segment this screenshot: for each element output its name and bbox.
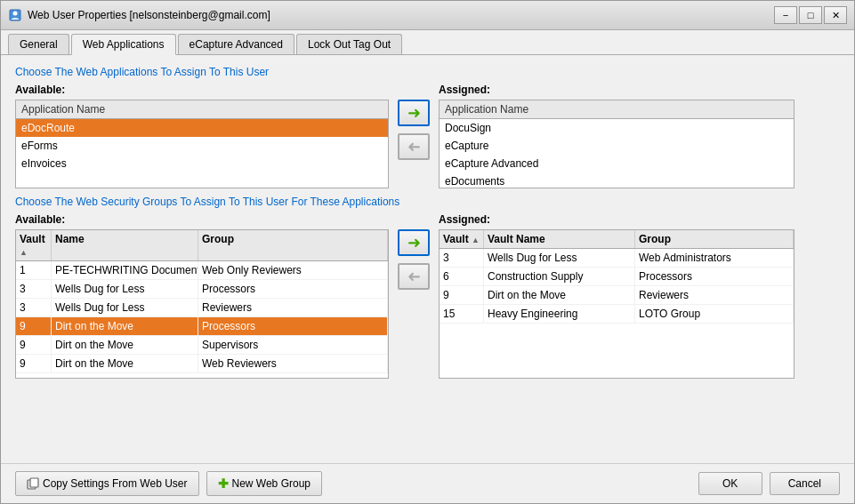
close-button[interactable]: ✕ (824, 6, 847, 24)
top-available-section: Available: Application Name eDocRoute eF… (15, 84, 389, 188)
minimize-button[interactable]: − (774, 6, 797, 24)
bottom-available-table-header: Vault ▲ Name Group (16, 230, 388, 261)
list-item[interactable]: eDocRoute (16, 119, 388, 137)
bottom-available-listbox[interactable]: Vault ▲ Name Group 1 PE-TECHWRITING Docu… (15, 229, 389, 379)
bottom-assign-right-button[interactable]: ➜ (398, 229, 430, 256)
bottom-arrow-buttons: ➜ ➜ (389, 229, 439, 290)
top-section-title: Choose The Web Applications To Assign To… (15, 66, 840, 78)
copy-settings-button[interactable]: Copy Settings From Web User (15, 471, 199, 496)
bottom-assign-area: Available: Vault ▲ Name Group 1 PE-TECHW… (15, 213, 840, 379)
unassign-left-button[interactable]: ➜ (398, 133, 430, 160)
arrow-left-icon: ➜ (407, 137, 421, 156)
bottom-available-section: Available: Vault ▲ Name Group 1 PE-TECHW… (15, 213, 389, 379)
footer: Copy Settings From Web User ✚ New Web Gr… (1, 463, 854, 503)
top-available-label: Available: (15, 84, 389, 96)
col-header-name: Name (52, 230, 198, 260)
top-available-listbox[interactable]: Application Name eDocRoute eForms eInvoi… (15, 100, 389, 188)
col-header-vault-a: Vault ▲ (440, 230, 484, 248)
top-assign-area: Available: Application Name eDocRoute eF… (15, 84, 840, 188)
main-window: Web User Properties [nelsonsteinberg@gma… (0, 0, 855, 504)
sort-icon: ▲ (20, 248, 28, 257)
table-row[interactable]: 6 Construction Supply Processors (440, 268, 794, 286)
bottom-section: Choose The Web Security Groups To Assign… (15, 196, 840, 379)
table-row[interactable]: 15 Heavy Engineering LOTO Group (440, 305, 794, 324)
table-row[interactable]: 3 Wells Dug for Less Reviewers (16, 299, 388, 317)
bottom-assigned-section: Assigned: Vault ▲ Vault Name Group 3 Wel… (439, 213, 795, 379)
ok-cancel-buttons: OK Cancel (698, 472, 840, 495)
plus-icon: ✚ (218, 476, 229, 491)
window-title: Web User Properties [nelsonsteinberg@gma… (28, 9, 270, 21)
title-bar: Web User Properties [nelsonsteinberg@gma… (1, 1, 854, 30)
col-header-vaultname: Vault Name (484, 230, 635, 248)
top-assigned-label: Assigned: (439, 84, 795, 96)
bottom-assigned-table-header: Vault ▲ Vault Name Group (440, 230, 794, 249)
table-row[interactable]: 9 Dirt on the Move Reviewers (440, 286, 794, 305)
copy-icon (27, 477, 39, 491)
tab-bar: General Web Applications eCapture Advanc… (1, 30, 854, 55)
main-content: Choose The Web Applications To Assign To… (1, 55, 854, 463)
list-item[interactable]: DocuSign (440, 119, 794, 137)
list-item[interactable]: eCapture Advanced (440, 155, 794, 172)
arrow-left-icon: ➜ (407, 267, 421, 286)
cancel-button[interactable]: Cancel (770, 472, 840, 495)
copy-settings-label: Copy Settings From Web User (43, 477, 188, 490)
footer-left-buttons: Copy Settings From Web User ✚ New Web Gr… (15, 471, 322, 496)
assign-right-button[interactable]: ➜ (398, 100, 430, 126)
tab-ecapture-advanced[interactable]: eCapture Advanced (178, 34, 294, 54)
tab-general[interactable]: General (8, 34, 69, 54)
col-header-group: Group (198, 230, 388, 260)
list-item[interactable]: eInvoices (16, 155, 388, 172)
arrow-right-icon: ➜ (407, 103, 421, 123)
table-row[interactable]: 3 Wells Dug for Less Processors (16, 280, 388, 299)
bottom-assigned-label: Assigned: (439, 213, 795, 226)
list-item[interactable]: eCapture (440, 137, 794, 155)
col-header-group-a: Group (635, 230, 794, 248)
top-assigned-listbox[interactable]: Application Name DocuSign eCapture eCapt… (439, 100, 795, 188)
arrow-right-icon: ➜ (407, 233, 421, 252)
bottom-assigned-listbox[interactable]: Vault ▲ Vault Name Group 3 Wells Dug for… (439, 229, 795, 379)
bottom-section-title: Choose The Web Security Groups To Assign… (15, 196, 840, 208)
top-assigned-section: Assigned: Application Name DocuSign eCap… (439, 84, 795, 188)
list-item[interactable]: eDocuments (440, 172, 794, 188)
title-controls: − □ ✕ (774, 6, 847, 24)
ok-button[interactable]: OK (698, 472, 762, 495)
bottom-unassign-left-button[interactable]: ➜ (398, 263, 430, 290)
top-section: Choose The Web Applications To Assign To… (15, 66, 840, 188)
svg-rect-3 (30, 478, 38, 487)
col-header-vault: Vault ▲ (16, 230, 52, 260)
new-web-group-button[interactable]: ✚ New Web Group (206, 471, 322, 496)
svg-point-1 (13, 12, 18, 16)
window-icon (8, 8, 22, 22)
maximize-button[interactable]: □ (799, 6, 822, 24)
top-available-header: Application Name (16, 100, 388, 119)
tab-web-applications[interactable]: Web Applications (71, 34, 176, 55)
top-assigned-header: Application Name (440, 100, 794, 119)
sort-icon: ▲ (472, 236, 480, 244)
table-row[interactable]: 3 Wells Dug for Less Web Administrators (440, 249, 794, 268)
table-row[interactable]: 9 Dirt on the Move Supervisors (16, 336, 388, 355)
list-item[interactable]: eForms (16, 137, 388, 155)
top-arrow-buttons: ➜ ➜ (389, 100, 439, 160)
tab-lockout-tagout[interactable]: Lock Out Tag Out (296, 34, 402, 54)
new-web-group-label: New Web Group (232, 477, 311, 490)
table-row[interactable]: 1 PE-TECHWRITING Documents Web Only Revi… (16, 261, 388, 280)
table-row[interactable]: 9 Dirt on the Move Processors (16, 317, 388, 336)
bottom-available-label: Available: (15, 213, 389, 226)
table-row[interactable]: 9 Dirt on the Move Web Reviewers (16, 355, 388, 373)
